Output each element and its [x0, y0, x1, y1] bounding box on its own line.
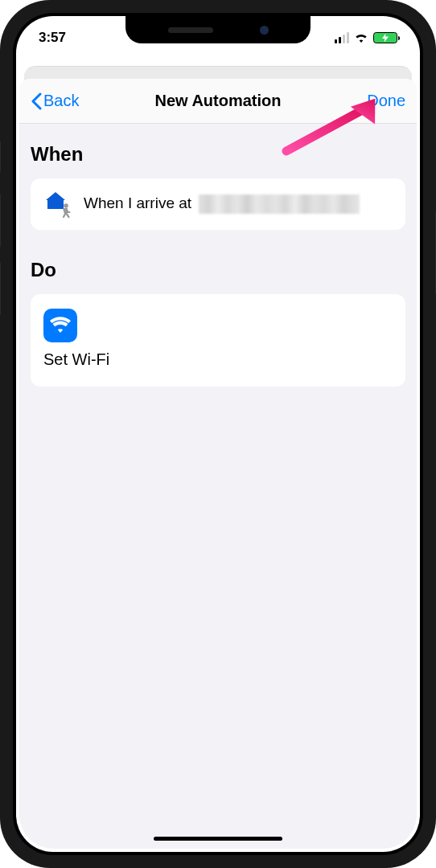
do-section-header: Do	[31, 259, 405, 281]
done-button[interactable]: Done	[367, 92, 405, 110]
arrive-home-icon	[43, 190, 72, 219]
wifi-icon	[354, 33, 368, 43]
cellular-signal-icon	[335, 32, 350, 43]
device-notch	[125, 16, 311, 43]
wifi-action-icon	[43, 309, 77, 342]
chevron-left-icon	[31, 92, 42, 110]
action-label: Set Wi-Fi	[43, 350, 393, 369]
do-action-card[interactable]: Set Wi-Fi	[31, 294, 405, 387]
back-label: Back	[43, 92, 79, 110]
when-condition-text: When I arrive at	[84, 194, 360, 214]
home-indicator[interactable]	[154, 837, 282, 841]
battery-icon	[373, 32, 397, 43]
svg-point-0	[64, 203, 68, 208]
status-time: 3:57	[39, 30, 103, 46]
back-button[interactable]: Back	[31, 92, 79, 110]
when-condition-card[interactable]: When I arrive at	[31, 178, 405, 230]
when-section-header: When	[31, 143, 405, 166]
navigation-bar: Back New Automation Done	[19, 79, 417, 124]
redacted-location	[199, 194, 360, 214]
